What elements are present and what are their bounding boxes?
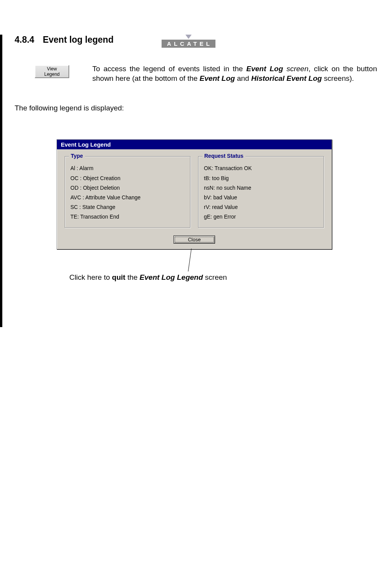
callout-span: Click here to (69, 273, 112, 281)
legend-item: SC : State Change (70, 202, 185, 212)
legend-item: nsN: no such Name (204, 183, 318, 193)
callout-bold: quit (112, 273, 125, 281)
legend-item: OD : Object Deletion (70, 183, 185, 193)
intro-text: screens). (322, 74, 354, 82)
callout-line (188, 248, 191, 271)
callout-span: the (125, 273, 140, 281)
legend-item: bV: bad Value (204, 193, 318, 202)
following-text: The following legend is displayed: (15, 104, 377, 112)
dialog-title: Event Log Legend (57, 140, 332, 149)
brand-logo: ALCATEL (162, 40, 215, 48)
view-legend-button[interactable]: View Legend (35, 65, 69, 78)
intro-text: To access the legend of events listed in… (92, 65, 246, 73)
legend-item: gE: gen Error (204, 212, 318, 222)
intro-bold: Event Log (200, 74, 235, 82)
event-log-legend-dialog: Event Log Legend Type Al : Alarm OC : Ob… (57, 139, 332, 249)
legend-item: OC : Object Creation (70, 174, 185, 183)
triangle-down-icon (185, 35, 192, 39)
intro-bold: Historical Event Log (251, 74, 322, 82)
status-group-title: Request Status (202, 153, 245, 159)
section-number: 4.8.4 (15, 35, 34, 45)
callout-text: Click here to quit the Event Log Legend … (10, 273, 286, 282)
intro-paragraph: To access the legend of events listed in… (92, 64, 377, 83)
legend-item: Al : Alarm (70, 164, 185, 173)
legend-item: tB: too Big (204, 174, 318, 183)
page-sidebar-mark (0, 35, 2, 327)
intro-italic: screen (283, 65, 309, 73)
intro-text: and (235, 74, 251, 82)
section-title: Event log legend (43, 35, 113, 45)
callout-bolditalic: Event Log Legend (140, 273, 203, 281)
callout-span: screen (203, 273, 227, 281)
type-group-title: Type (69, 153, 85, 159)
status-groupbox: Request Status OK: Transaction OK tB: to… (198, 156, 324, 227)
legend-item: OK: Transaction OK (204, 164, 318, 173)
intro-bold: Event Log (246, 65, 283, 73)
brand-header: ALCATEL (162, 35, 215, 48)
type-groupbox: Type Al : Alarm OC : Object Creation OD … (65, 156, 190, 227)
legend-item: TE: Transaction End (70, 212, 185, 222)
legend-item: rV: read Value (204, 202, 318, 212)
close-button[interactable]: Close (173, 236, 215, 244)
legend-item: AVC : Attribute Value Change (70, 193, 185, 202)
